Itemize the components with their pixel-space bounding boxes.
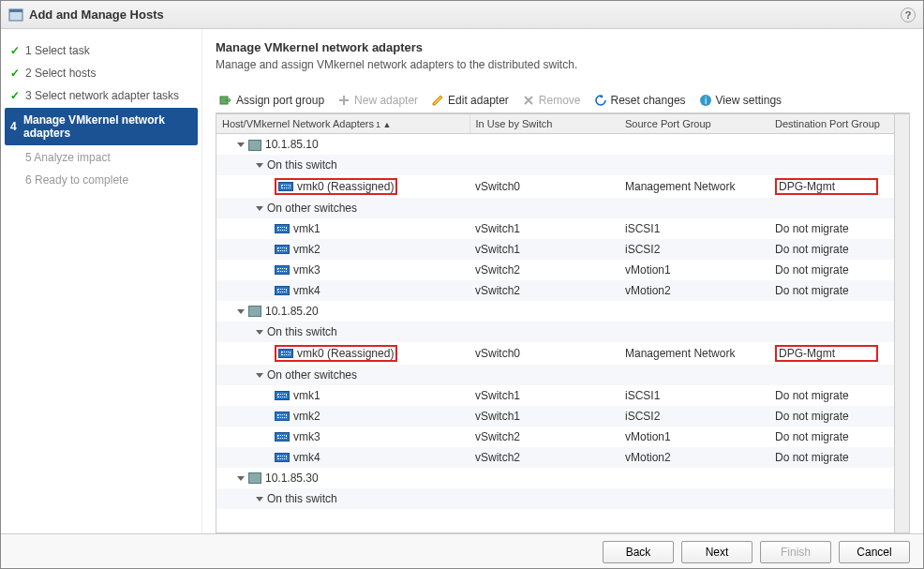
toolbar: Assign port group New adapter Edit adapt… [216, 90, 910, 113]
help-icon[interactable]: ? [901, 7, 916, 22]
step-4-active[interactable]: 4Manage VMkernel network adapters [5, 108, 198, 145]
table-row[interactable]: vmk3vSwitch2vMotion1Do not migrate [216, 427, 894, 447]
table-row[interactable]: On this switch [216, 488, 894, 509]
table-row[interactable]: On this switch [216, 322, 894, 342]
expand-icon[interactable] [256, 497, 263, 502]
host-icon [248, 306, 261, 317]
edit-adapter-button[interactable]: Edit adapter [431, 94, 509, 107]
col-host-adapter[interactable]: Host/VMkernel Network Adapters1 ▲ [216, 114, 469, 134]
col-dest-pg[interactable]: Destination Port Group [769, 114, 894, 134]
vmk-icon [278, 182, 293, 191]
check-icon: ✓ [10, 44, 25, 57]
title-bar: Add and Manage Hosts ? [1, 1, 923, 29]
assign-port-group-button[interactable]: Assign port group [219, 94, 324, 107]
vmk-icon [275, 391, 290, 400]
back-button[interactable]: Back [603, 541, 674, 563]
table-row[interactable]: vmk0 (Reassigned)vSwitch0Management Netw… [216, 175, 894, 198]
table-row[interactable]: vmk4vSwitch2vMotion2Do not migrate [216, 447, 894, 468]
vertical-scrollbar[interactable] [894, 114, 909, 532]
table-row[interactable]: On this switch [216, 155, 894, 175]
step-5: 5 Analyze impact [5, 147, 198, 168]
vmk-icon [275, 432, 290, 442]
remove-button: Remove [522, 94, 581, 107]
step-2[interactable]: ✓2 Select hosts [5, 63, 198, 83]
expand-icon[interactable] [256, 163, 263, 168]
table-row[interactable]: vmk0 (Reassigned)vSwitch0Management Netw… [216, 342, 894, 365]
step-6: 6 Ready to complete [5, 170, 198, 190]
expand-icon[interactable] [256, 373, 263, 378]
col-source-pg[interactable]: Source Port Group [619, 114, 769, 134]
dialog-footer: Back Next Finish Cancel [1, 533, 923, 569]
vmk-icon [278, 349, 293, 358]
table-row[interactable]: vmk1vSwitch1iSCSI1Do not migrate [216, 218, 894, 239]
pencil-icon [431, 94, 444, 107]
finish-button: Finish [760, 541, 831, 563]
table-row[interactable]: On other switches [216, 365, 894, 385]
remove-icon [522, 94, 535, 107]
svg-rect-1 [9, 9, 22, 12]
reset-icon [594, 94, 607, 107]
wizard-steps: ✓1 Select task ✓2 Select hosts ✓3 Select… [1, 29, 202, 533]
dialog-title: Add and Manage Hosts [29, 7, 164, 22]
check-icon: ✓ [10, 67, 25, 80]
expand-icon[interactable] [237, 309, 245, 314]
plus-icon [337, 94, 350, 107]
expand-icon[interactable] [237, 476, 245, 481]
host-icon [248, 140, 261, 151]
vmk-icon [275, 453, 290, 462]
table-row[interactable]: vmk3vSwitch2vMotion1Do not migrate [216, 260, 894, 280]
check-icon: ✓ [10, 89, 25, 102]
wizard-icon [8, 7, 23, 22]
sort-icon: 1 ▲ [376, 120, 391, 129]
step-1[interactable]: ✓1 Select task [5, 40, 198, 61]
cancel-button[interactable]: Cancel [839, 541, 910, 563]
reset-changes-button[interactable]: Reset changes [594, 94, 686, 107]
table-row[interactable]: 10.1.85.10 [216, 134, 894, 155]
vmk-icon [275, 224, 290, 233]
col-switch[interactable]: In Use by Switch [469, 114, 619, 134]
table-row[interactable]: On other switches [216, 198, 894, 218]
expand-icon[interactable] [256, 206, 263, 211]
vmk-icon [275, 412, 290, 421]
page-title: Manage VMkernel network adapters [216, 40, 910, 54]
step-3[interactable]: ✓3 Select network adapter tasks [5, 85, 198, 106]
table-row[interactable]: vmk1vSwitch1iSCSI1Do not migrate [216, 385, 894, 406]
new-adapter-button: New adapter [337, 94, 418, 107]
expand-icon[interactable] [256, 330, 263, 335]
expand-icon[interactable] [237, 142, 245, 147]
assign-icon [219, 94, 232, 107]
info-icon: i [699, 94, 712, 107]
adapters-table: Host/VMkernel Network Adapters1 ▲ In Use… [216, 113, 910, 533]
table-row[interactable]: vmk2vSwitch1iSCSI2Do not migrate [216, 406, 894, 427]
table-row[interactable]: vmk2vSwitch1iSCSI2Do not migrate [216, 239, 894, 260]
page-subtitle: Manage and assign VMkernel network adapt… [216, 58, 910, 71]
table-row[interactable]: 10.1.85.30 [216, 468, 894, 488]
host-icon [248, 472, 261, 484]
vmk-icon [275, 245, 290, 254]
view-settings-button[interactable]: iView settings [699, 94, 782, 107]
vmk-icon [275, 265, 290, 275]
table-row[interactable]: vmk4vSwitch2vMotion2Do not migrate [216, 280, 894, 301]
table-header: Host/VMkernel Network Adapters1 ▲ In Use… [216, 114, 894, 134]
next-button[interactable]: Next [681, 541, 753, 563]
svg-text:i: i [704, 96, 706, 106]
table-row[interactable]: 10.1.85.20 [216, 301, 894, 322]
vmk-icon [275, 286, 290, 295]
